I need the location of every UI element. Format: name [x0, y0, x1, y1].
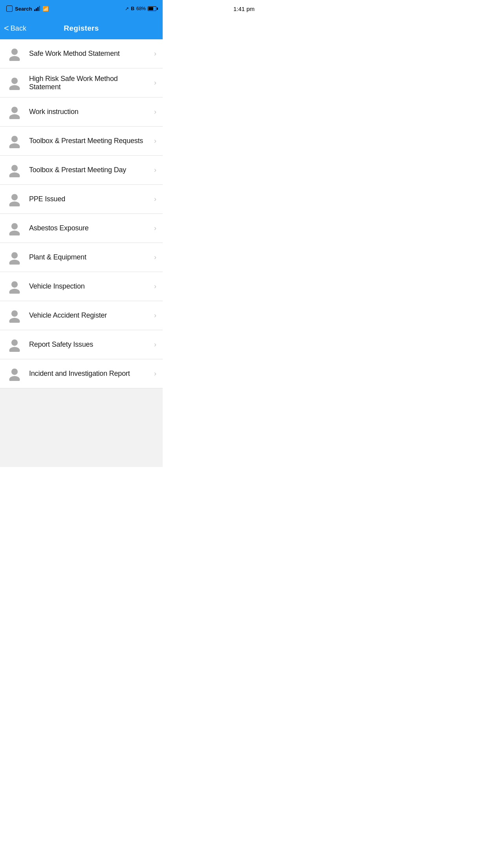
- svg-point-19: [9, 318, 20, 323]
- signal-bars: [34, 6, 40, 11]
- person-icon: [6, 278, 23, 295]
- list-item[interactable]: Asbestos Exposure›: [0, 214, 163, 243]
- battery-icon: [148, 6, 156, 11]
- svg-point-2: [11, 77, 18, 84]
- back-chevron-icon: <: [4, 24, 9, 33]
- status-left: Search 📶: [6, 6, 49, 12]
- svg-point-5: [9, 114, 20, 119]
- battery-percent: 68%: [136, 6, 146, 11]
- svg-point-8: [11, 165, 18, 171]
- chevron-right-icon: ›: [154, 282, 156, 291]
- list-item[interactable]: Vehicle Inspection›: [0, 272, 163, 301]
- list-item[interactable]: Plant & Equipment›: [0, 243, 163, 272]
- svg-point-21: [9, 347, 20, 352]
- bluetooth-icon: B: [131, 6, 134, 11]
- status-bar: Search 📶 1:41 pm ↗ B 68%: [0, 0, 163, 17]
- list-item-label: Safe Work Method Statement: [29, 50, 151, 58]
- chevron-right-icon: ›: [154, 311, 156, 320]
- svg-point-6: [11, 136, 18, 142]
- svg-point-22: [11, 368, 18, 375]
- list-item-label: Work instruction: [29, 108, 151, 116]
- chevron-right-icon: ›: [154, 340, 156, 349]
- person-icon: [6, 46, 23, 62]
- chevron-right-icon: ›: [154, 224, 156, 232]
- list-item-label: Toolbox & Prestart Meeting Day: [29, 166, 151, 174]
- list-item[interactable]: Toolbox & Prestart Meeting Day›: [0, 156, 163, 185]
- person-icon: [6, 133, 23, 149]
- chevron-right-icon: ›: [154, 195, 156, 203]
- list-item-label: High Risk Safe Work Method Statement: [29, 75, 151, 91]
- svg-point-23: [9, 376, 20, 381]
- list-item[interactable]: PPE Issued›: [0, 185, 163, 214]
- svg-point-20: [11, 339, 18, 346]
- person-icon: [6, 337, 23, 353]
- svg-point-4: [11, 107, 18, 113]
- chevron-right-icon: ›: [154, 137, 156, 145]
- battery-icon-container: [148, 6, 156, 11]
- svg-point-10: [11, 194, 18, 200]
- svg-point-12: [11, 223, 18, 229]
- chevron-right-icon: ›: [154, 370, 156, 378]
- person-icon: [6, 191, 23, 208]
- wifi-icon: 📶: [42, 6, 49, 12]
- chevron-right-icon: ›: [154, 79, 156, 87]
- svg-point-1: [9, 56, 20, 61]
- list-item[interactable]: Safe Work Method Statement›: [0, 39, 163, 68]
- location-icon: ↗: [125, 6, 129, 11]
- list-item-label: Plant & Equipment: [29, 253, 151, 261]
- chevron-right-icon: ›: [154, 253, 156, 261]
- svg-point-3: [9, 85, 20, 90]
- svg-point-0: [11, 48, 18, 55]
- person-icon: [6, 249, 23, 266]
- nav-bar: < Back Registers: [0, 17, 163, 39]
- list-item-label: PPE Issued: [29, 195, 151, 203]
- list-item-label: Asbestos Exposure: [29, 224, 151, 232]
- svg-point-9: [9, 172, 20, 177]
- person-icon: [6, 307, 23, 324]
- chevron-right-icon: ›: [154, 108, 156, 116]
- svg-point-11: [9, 201, 20, 206]
- person-icon: [6, 366, 23, 382]
- list-item-label: Report Safety Issues: [29, 340, 151, 349]
- list-item[interactable]: Work instruction›: [0, 97, 163, 127]
- svg-point-15: [9, 259, 20, 265]
- svg-point-14: [11, 252, 18, 258]
- back-label: Back: [11, 24, 26, 33]
- list-item[interactable]: Report Safety Issues›: [0, 330, 163, 359]
- list-item-label: Vehicle Inspection: [29, 282, 151, 291]
- svg-point-18: [11, 310, 18, 316]
- battery-fill: [149, 7, 153, 10]
- svg-point-13: [9, 230, 20, 235]
- svg-point-7: [9, 143, 20, 148]
- person-icon: [6, 162, 23, 178]
- list-item[interactable]: High Risk Safe Work Method Statement›: [0, 68, 163, 97]
- list-item-label: Vehicle Accident Register: [29, 311, 151, 320]
- registers-list: Safe Work Method Statement› High Risk Sa…: [0, 39, 163, 388]
- list-item[interactable]: Vehicle Accident Register›: [0, 301, 163, 330]
- list-item[interactable]: Incident and Investigation Report›: [0, 359, 163, 388]
- page-title: Registers: [64, 24, 99, 33]
- list-item-label: Toolbox & Prestart Meeting Requests: [29, 137, 151, 145]
- svg-point-16: [11, 281, 18, 287]
- chevron-right-icon: ›: [154, 50, 156, 58]
- list-item-label: Incident and Investigation Report: [29, 370, 151, 378]
- list-item[interactable]: Toolbox & Prestart Meeting Requests›: [0, 127, 163, 156]
- person-icon: [6, 220, 23, 237]
- svg-point-17: [9, 289, 20, 294]
- carrier-label: Search: [15, 6, 32, 12]
- person-icon: [6, 104, 23, 120]
- status-right: ↗ B 68%: [125, 6, 156, 11]
- person-icon: [6, 75, 23, 91]
- back-button[interactable]: < Back: [4, 24, 26, 33]
- chevron-right-icon: ›: [154, 166, 156, 174]
- bottom-space: [0, 388, 163, 467]
